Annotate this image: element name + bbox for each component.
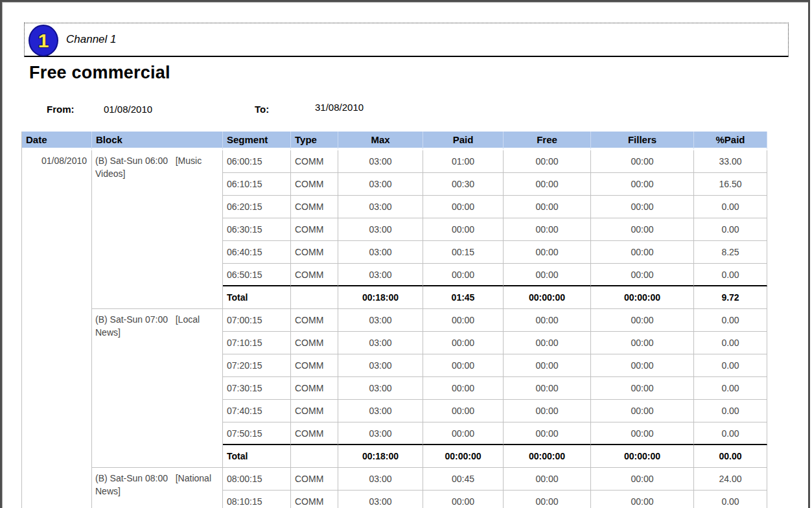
column-header-type: Type [291, 132, 338, 150]
max-cell: 03:00 [338, 241, 423, 264]
segment-cell: 06:50:15 [223, 264, 291, 286]
column-header-free: Free [504, 132, 591, 150]
paid-cell: 00:45 [423, 468, 504, 491]
pct-cell: 0.00 [694, 332, 767, 354]
free-cell: 00:00 [504, 150, 591, 173]
segment-row: (B) Sat-Sun 07:00 [Local News]07:00:15CO… [22, 309, 767, 332]
channel-number: 1 [38, 31, 49, 51]
free-cell: 00:00 [504, 491, 591, 508]
channel-header-band: 1 Channel 1 [24, 23, 789, 57]
column-header-max: Max [338, 132, 423, 150]
type-cell: COMM [291, 218, 338, 241]
total-paid-cell: 00:00:00 [423, 445, 504, 468]
max-cell: 03:00 [338, 309, 423, 332]
free-cell: 00:00 [504, 354, 591, 377]
free-cell: 00:00 [504, 173, 591, 196]
segment-cell: 07:30:15 [223, 377, 291, 400]
segment-row: 01/08/2010(B) Sat-Sun 06:00 [Music Video… [22, 150, 767, 173]
segment-cell: 06:10:15 [223, 173, 291, 196]
type-cell: COMM [291, 400, 338, 422]
fillers-cell: 00:00 [591, 491, 694, 508]
pct-cell: 0.00 [694, 264, 767, 286]
pct-cell: 33.00 [694, 150, 767, 173]
type-cell: COMM [291, 309, 338, 332]
segment-cell: 07:50:15 [223, 422, 291, 445]
paid-cell: 00:00 [423, 491, 504, 508]
segment-cell: 08:00:15 [223, 468, 291, 491]
to-date-value: 31/08/2010 [315, 102, 364, 113]
fillers-cell: 00:00 [591, 422, 694, 445]
column-header-fillers: Fillers [591, 132, 694, 150]
total-free-cell: 00:00:00 [504, 445, 591, 468]
segment-cell: 06:20:15 [223, 196, 291, 218]
max-cell: 03:00 [338, 377, 423, 400]
pct-cell: 16.50 [694, 173, 767, 196]
pct-cell: 0.00 [694, 377, 767, 400]
free-cell: 00:00 [504, 468, 591, 491]
report-table: DateBlockSegmentTypeMaxPaidFreeFillers%P… [21, 132, 767, 508]
from-label: From: [47, 104, 75, 115]
column-header-segment: Segment [223, 132, 291, 150]
block-cell: (B) Sat-Sun 07:00 [Local News] [92, 309, 223, 468]
max-cell: 03:00 [338, 218, 423, 241]
free-cell: 00:00 [504, 400, 591, 422]
fillers-cell: 00:00 [591, 354, 694, 377]
type-cell: COMM [291, 241, 338, 264]
segment-cell: 06:00:15 [223, 150, 291, 173]
total-type-cell [291, 445, 338, 468]
pct-cell: 0.00 [694, 491, 767, 508]
paid-cell: 00:00 [423, 332, 504, 354]
fillers-cell: 00:00 [591, 173, 694, 196]
paid-cell: 00:00 [423, 377, 504, 400]
pct-cell: 0.00 [694, 196, 767, 218]
max-cell: 03:00 [338, 332, 423, 354]
segment-cell: 07:40:15 [223, 400, 291, 422]
to-label: To: [255, 104, 269, 115]
paid-cell: 00:00 [423, 400, 504, 422]
column-header-block: Block [92, 132, 223, 150]
paid-cell: 00:30 [423, 173, 504, 196]
paid-cell: 00:00 [423, 309, 504, 332]
max-cell: 03:00 [338, 354, 423, 377]
max-cell: 03:00 [338, 491, 423, 508]
channel-name: Channel 1 [66, 23, 117, 56]
pct-cell: 8.25 [694, 241, 767, 264]
total-paid-cell: 01:45 [423, 286, 504, 309]
report-title: Free commercial [29, 63, 170, 83]
total-max-cell: 00:18:00 [338, 286, 423, 309]
free-cell: 00:00 [504, 377, 591, 400]
fillers-cell: 00:00 [591, 332, 694, 354]
free-cell: 00:00 [504, 264, 591, 286]
segment-cell: 06:40:15 [223, 241, 291, 264]
total-free-cell: 00:00:00 [504, 286, 591, 309]
free-cell: 00:00 [504, 422, 591, 445]
date-cell: 01/08/2010 [22, 150, 92, 508]
type-cell: COMM [291, 422, 338, 445]
from-date-value: 01/08/2010 [104, 104, 152, 115]
max-cell: 03:00 [338, 173, 423, 196]
max-cell: 03:00 [338, 422, 423, 445]
paid-cell: 00:00 [423, 264, 504, 286]
free-cell: 00:00 [504, 218, 591, 241]
paid-cell: 00:15 [423, 241, 504, 264]
segment-cell: 07:00:15 [223, 309, 291, 332]
fillers-cell: 00:00 [591, 150, 694, 173]
type-cell: COMM [291, 332, 338, 354]
paid-cell: 00:00 [423, 354, 504, 377]
block-cell: (B) Sat-Sun 08:00 [National News] [92, 468, 223, 508]
channel-number-badge-icon: 1 [29, 25, 58, 56]
fillers-cell: 00:00 [591, 468, 694, 491]
table-body: 01/08/2010(B) Sat-Sun 06:00 [Music Video… [22, 150, 767, 508]
total-pct-cell: 00.00 [694, 445, 767, 468]
fillers-cell: 00:00 [591, 196, 694, 218]
paid-cell: 01:00 [423, 150, 504, 173]
fillers-cell: 00:00 [591, 264, 694, 286]
total-label-cell: Total [223, 286, 291, 309]
pct-cell: 0.00 [694, 422, 767, 445]
total-max-cell: 00:18:00 [338, 445, 423, 468]
segment-cell: 07:10:15 [223, 332, 291, 354]
pct-cell: 0.00 [694, 218, 767, 241]
segment-cell: 08:10:15 [223, 491, 291, 508]
total-label-cell: Total [223, 445, 291, 468]
type-cell: COMM [291, 173, 338, 196]
